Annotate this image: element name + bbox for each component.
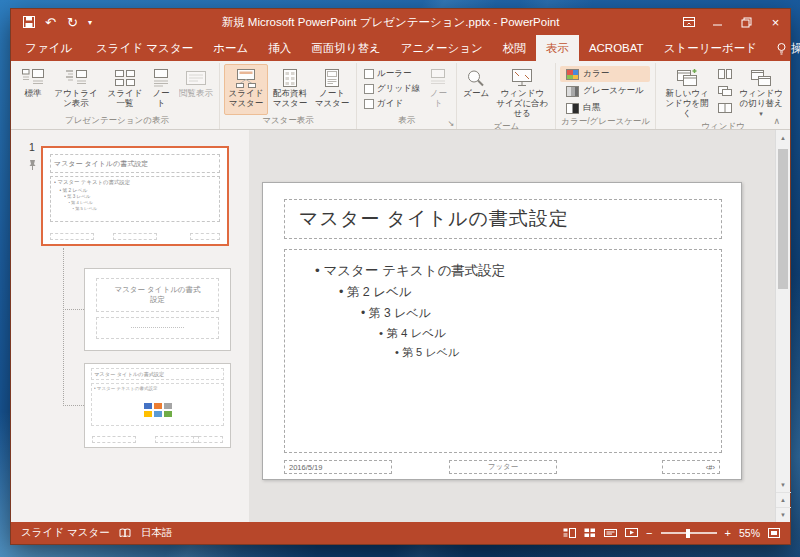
group-zoom: ズーム ウィンドウ サイズに合わせる ズーム [457, 63, 556, 129]
tab-view[interactable]: 表示 [536, 35, 579, 61]
thumb-title-placeholder: マスター タイトルの書式設定 [50, 154, 220, 173]
notes-page-icon [149, 67, 173, 88]
slide-master-slide[interactable]: マスター タイトルの書式設定 マスター テキストの書式設定 第 2 レベル 第 … [262, 182, 742, 480]
handout-master-button[interactable]: 配布資料マスター [270, 64, 310, 115]
date-placeholder[interactable]: 2016/5/19 [284, 460, 392, 474]
collapse-ribbon-icon[interactable]: ∧ [773, 116, 780, 126]
qat-customize-icon[interactable]: ▾ [84, 11, 96, 33]
bullet-level-2: 第 2 レベル [339, 284, 709, 301]
reading-view-icon [184, 67, 208, 88]
slide-editor-canvas[interactable]: マスター タイトルの書式設定 マスター テキストの書式設定 第 2 レベル 第 … [249, 130, 775, 522]
ribbon-display-options-icon[interactable] [674, 9, 703, 35]
show-dialog-launcher-icon[interactable]: ↘ [448, 119, 455, 128]
tell-me-box[interactable]: 操作アシスト [767, 35, 800, 61]
tab-acrobat[interactable]: ACROBAT [579, 35, 654, 61]
maximize-button[interactable] [732, 9, 761, 35]
new-window-button[interactable]: 新しいウィンドウを開く [660, 64, 714, 121]
body-placeholder[interactable]: マスター テキストの書式設定 第 2 レベル 第 3 レベル 第 4 レベル 第… [284, 249, 722, 453]
group-presentation-views: 標準 アウトライン表示 スライド一覧 ノート [15, 63, 220, 129]
minimize-button[interactable] [703, 9, 732, 35]
zoom-slider[interactable] [661, 528, 717, 539]
notes-pane-icon [426, 67, 450, 88]
color-button[interactable]: カラー [560, 66, 650, 82]
next-slide-button[interactable]: ▼ [776, 507, 791, 522]
guides-checkbox[interactable]: ガイド [364, 98, 420, 110]
slide-thumbnail-panel: 1 マスター タイトルの書式設定 マスター テキストの書式設定 第 2 レベル … [11, 130, 249, 522]
show-checkboxes: ルーラー グリッド線 ガイド [360, 64, 423, 115]
scrollbar-track[interactable] [776, 145, 790, 477]
content-layout-thumbnail[interactable]: マスター タイトルの書式設定 マスター テキストの書式設定 [84, 363, 231, 448]
undo-icon[interactable]: ↶ [40, 11, 61, 33]
reading-view-shortcut-icon[interactable] [604, 528, 617, 538]
tab-insert[interactable]: 挿入 [258, 35, 301, 61]
reading-view-button: 閲覧表示 [177, 64, 215, 115]
slide-sorter-button[interactable]: スライド一覧 [105, 64, 145, 115]
normal-view-shortcut-icon[interactable] [563, 528, 576, 538]
language-label[interactable]: 日本語 [141, 526, 173, 540]
grayscale-button[interactable]: グレースケール [560, 83, 650, 99]
outline-view-button[interactable]: アウトライン表示 [49, 64, 103, 115]
zoom-button[interactable]: ズーム [461, 64, 491, 121]
slide-number-placeholder[interactable]: ‹#› [662, 460, 720, 474]
zoom-slider-thumb[interactable] [686, 529, 690, 538]
group-label: ウィンドウ [659, 121, 787, 130]
group-show: ルーラー グリッド線 ガイド ノート 表示 ↘ [357, 63, 457, 129]
zoom-icon [464, 67, 488, 88]
master-slide-thumbnail[interactable]: マスター タイトルの書式設定 マスター テキストの書式設定 第 2 レベル 第 … [41, 146, 229, 246]
workspace: 1 マスター タイトルの書式設定 マスター テキストの書式設定 第 2 レベル … [11, 130, 790, 522]
zoom-out-button[interactable]: − [646, 527, 652, 539]
window-arrange-buttons [715, 64, 735, 121]
footer-placeholder[interactable]: フッター [449, 460, 557, 474]
thumb-body-placeholder: マスター テキストの書式設定 [91, 383, 224, 426]
arrange-all-icon[interactable] [715, 66, 735, 82]
group-label: プレゼンテーションの表示 [18, 115, 216, 129]
tab-review[interactable]: 校閲 [493, 35, 536, 61]
tab-slide-master[interactable]: スライド マスター [86, 35, 203, 61]
title-placeholder[interactable]: マスター タイトルの書式設定 [284, 199, 722, 239]
zoom-in-button[interactable]: + [725, 527, 731, 539]
video-icon [164, 411, 172, 417]
ruler-checkbox[interactable]: ルーラー [364, 68, 420, 80]
slide-sorter-shortcut-icon[interactable] [584, 528, 596, 538]
previous-slide-button[interactable]: ▲ [776, 492, 791, 507]
split-window-icon[interactable] [715, 100, 735, 116]
vertical-scrollbar[interactable]: ▲ ▼ ▲ ▼ [775, 130, 790, 522]
tab-storyboard[interactable]: ストーリーボード [654, 35, 767, 61]
proofing-icon[interactable] [119, 528, 132, 538]
tab-home[interactable]: ホーム [203, 35, 258, 61]
tab-animations[interactable]: アニメーション [391, 35, 493, 61]
ribbon: 標準 アウトライン表示 スライド一覧 ノート [11, 61, 790, 130]
checkbox-icon [364, 69, 374, 79]
close-button[interactable]: × [761, 9, 790, 35]
title-bar: ↶ ↻ ▾ 新規 Microsoft PowerPoint プレゼンテーション.… [11, 9, 790, 35]
zoom-percentage[interactable]: 55% [739, 527, 760, 539]
group-window: 新しいウィンドウを開く ウィンドウの切り替え ▾ ウィンドウ [656, 63, 790, 129]
save-icon[interactable] [18, 11, 39, 33]
checkbox-icon [364, 84, 374, 94]
group-label: 表示 [360, 115, 453, 129]
notes-master-button[interactable]: ノート マスター [312, 64, 352, 115]
title-layout-thumbnail[interactable]: マスター タイトルの書式設定 [84, 268, 231, 351]
switch-windows-button[interactable]: ウィンドウの切り替え ▾ [736, 64, 786, 121]
group-master-views: スライド マスター 配布資料マスター ノート マスター マスター表示 [220, 63, 357, 129]
thumb-body-placeholder: マスター テキストの書式設定 第 2 レベル 第 3 レベル 第 4 レベル 第… [50, 176, 220, 222]
normal-view-button[interactable]: 標準 [19, 64, 47, 115]
smartart-icon [164, 403, 172, 409]
group-label: カラー/グレースケール [559, 116, 652, 130]
slideshow-shortcut-icon[interactable] [625, 528, 638, 538]
redo-icon[interactable]: ↻ [62, 11, 83, 33]
online-picture-icon [154, 411, 162, 417]
black-white-button[interactable]: 白黒 [560, 100, 650, 116]
scroll-down-icon[interactable]: ▼ [776, 477, 791, 492]
scrollbar-thumb[interactable] [778, 149, 788, 289]
fit-to-window-button[interactable]: ウィンドウ サイズに合わせる [493, 64, 551, 121]
cascade-windows-icon[interactable] [715, 83, 735, 99]
thumb-number-placeholder [190, 233, 220, 240]
notes-page-button[interactable]: ノート [147, 64, 175, 115]
scroll-up-icon[interactable]: ▲ [776, 130, 791, 145]
gridlines-checkbox[interactable]: グリッド線 [364, 83, 420, 95]
fit-slide-to-window-icon[interactable] [768, 528, 780, 538]
tab-file[interactable]: ファイル [11, 35, 86, 61]
slide-master-button[interactable]: スライド マスター [224, 64, 268, 115]
tab-transitions[interactable]: 画面切り替え [301, 35, 391, 61]
